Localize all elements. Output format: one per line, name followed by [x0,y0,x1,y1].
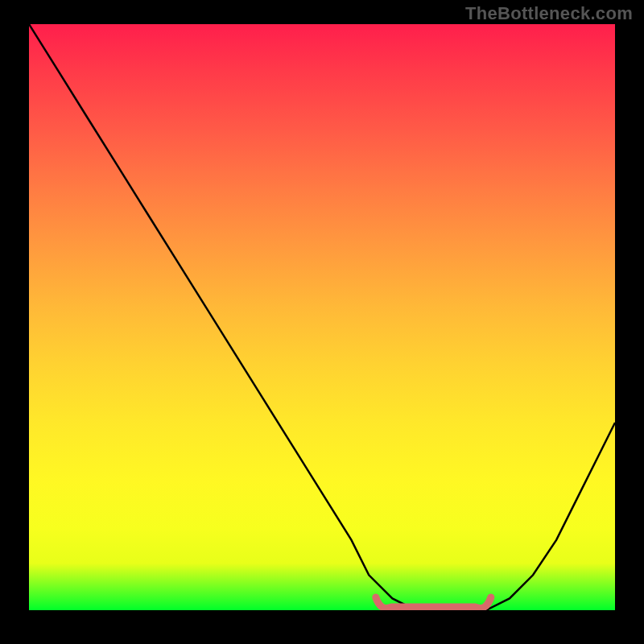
min-marker [29,24,615,610]
watermark-text: TheBottleneck.com [465,3,633,24]
marker-path [376,597,491,609]
plot-area [29,24,615,610]
chart-frame: TheBottleneck.com [0,0,644,644]
bottom-border [0,612,644,644]
